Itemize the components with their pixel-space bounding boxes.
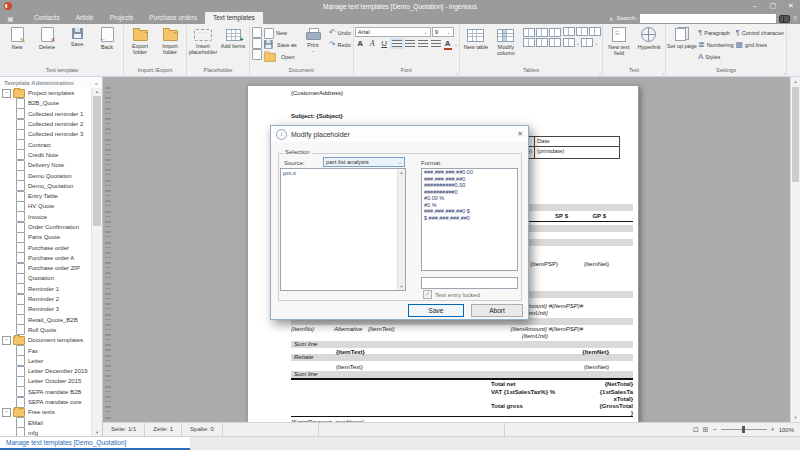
list-scrollbar[interactable]: ▲ ▼ bbox=[397, 169, 405, 290]
tree-item-reminder-2[interactable]: Reminder 2 bbox=[0, 294, 92, 304]
tree-item-email[interactable]: EMail bbox=[0, 418, 92, 428]
tree-item-collected-reminder-1[interactable]: Collected reminder 1 bbox=[0, 109, 92, 119]
ribbon-button-new-text-field[interactable]: New text field bbox=[604, 25, 634, 56]
ribbon-button-styles[interactable]: AStyles bbox=[697, 51, 735, 63]
scrollbar-thumb[interactable] bbox=[792, 87, 799, 182]
ribbon-button-new-table[interactable]: New table bbox=[461, 25, 491, 50]
fit-width-icon[interactable]: ⊞ bbox=[703, 426, 709, 434]
maximize-button[interactable]: ▢ bbox=[764, 0, 782, 12]
tree-item-purchase-order-zip[interactable]: Purchase order ZIP bbox=[0, 263, 92, 273]
tree-item-demo-quotation[interactable]: Demo Quotation bbox=[0, 170, 92, 180]
close-icon[interactable]: ✕ bbox=[517, 130, 523, 138]
ribbon-button-hyperlink[interactable]: Hyperlink bbox=[634, 25, 664, 50]
ribbon-button-save[interactable]: Save bbox=[62, 25, 92, 47]
abort-button[interactable]: Abort bbox=[471, 304, 523, 317]
scroll-up-icon[interactable]: ▲ bbox=[791, 79, 800, 84]
merge-cells-button[interactable] bbox=[523, 28, 535, 37]
tree-item-entry-table[interactable]: Entry Table bbox=[0, 191, 92, 201]
tree-item-reminder-3[interactable]: Reminder 3 bbox=[0, 304, 92, 314]
document-scrollbar[interactable]: ▲ ▼ bbox=[790, 77, 800, 422]
ribbon-button-set-up-page[interactable]: Set up page bbox=[667, 25, 697, 49]
zoom-slider[interactable] bbox=[721, 429, 767, 430]
ribbon-button-delete[interactable]: Delete bbox=[32, 25, 62, 50]
app-menu-button[interactable]: ▦⌄ bbox=[0, 12, 26, 24]
fit-page-icon[interactable]: ⊡ bbox=[693, 426, 699, 434]
tree-item-hv-quote[interactable]: HV Quote bbox=[0, 201, 92, 211]
help-icon[interactable]: ? bbox=[793, 15, 797, 22]
ribbon-button-open[interactable]: Open bbox=[263, 51, 298, 63]
ribbon-button-insert-placeholder[interactable]: Insert placeholder bbox=[188, 25, 218, 55]
ribbon-button-control-character[interactable]: ¶Control character bbox=[735, 27, 785, 39]
tree-item-letter-october-2015[interactable]: Letter October 2015 bbox=[0, 376, 92, 386]
tree-item-b2b-quote[interactable]: B2B_Quote bbox=[0, 98, 92, 108]
insert-column-button[interactable] bbox=[536, 38, 548, 47]
tab-projects[interactable]: Projects bbox=[102, 12, 141, 24]
font-size-select[interactable]: 9⌄ bbox=[432, 27, 454, 37]
insert-row-button[interactable] bbox=[549, 28, 561, 37]
delete-row-button[interactable] bbox=[523, 38, 535, 47]
row-above-button[interactable] bbox=[563, 27, 575, 36]
tree-item-order-confirmation[interactable]: Order Confirmation bbox=[0, 222, 92, 232]
tree-item-document-templates[interactable]: −Document templates bbox=[0, 335, 92, 345]
zoom-in-icon[interactable]: + bbox=[771, 426, 775, 433]
align-right-button[interactable] bbox=[418, 40, 428, 47]
scroll-up-icon[interactable]: ▲ bbox=[92, 89, 102, 94]
font-name-select[interactable]: Arial⌄ bbox=[355, 27, 431, 37]
scroll-up-icon[interactable]: ▲ bbox=[398, 170, 405, 175]
source-select[interactable]: part list analysis ⌄ bbox=[323, 157, 405, 167]
ribbon-button-import-folder[interactable]: Import folder bbox=[155, 25, 185, 55]
shading-button[interactable] bbox=[563, 38, 575, 47]
save-button[interactable]: Save bbox=[408, 304, 464, 317]
tree-item-free-texts[interactable]: −Free texts bbox=[0, 407, 92, 417]
scroll-down-icon[interactable]: ▼ bbox=[92, 430, 102, 435]
tree-item-letter-december-2019[interactable]: Letter December 2019 bbox=[0, 366, 92, 376]
borders-button[interactable] bbox=[581, 38, 593, 47]
close-button[interactable]: ✕ bbox=[782, 0, 800, 12]
list-item[interactable]: µm.x bbox=[281, 169, 405, 177]
tree-item-fax[interactable]: Fax bbox=[0, 345, 92, 355]
bold-button[interactable]: A bbox=[355, 38, 366, 50]
row-below-button[interactable] bbox=[576, 27, 588, 36]
tree-item-project-templates[interactable]: −Project templates bbox=[0, 88, 92, 98]
expander-icon[interactable]: − bbox=[2, 408, 11, 417]
tab-contacts[interactable]: Contacts bbox=[26, 12, 68, 24]
ribbon-button-export-folder[interactable]: Export folder bbox=[125, 25, 155, 55]
save-document-tool-button[interactable] bbox=[251, 49, 263, 60]
ribbon-button-new[interactable]: New bbox=[263, 27, 298, 39]
zoom-slider-thumb[interactable] bbox=[742, 426, 745, 433]
open-document-tool-button[interactable] bbox=[251, 38, 263, 49]
expander-icon[interactable]: − bbox=[2, 336, 11, 345]
collapse-ribbon-icon[interactable]: ∧ bbox=[609, 15, 613, 22]
dialog-launcher-icon[interactable]: ⌟ bbox=[456, 69, 458, 75]
new-document-tool-button[interactable] bbox=[251, 27, 263, 38]
italic-button[interactable]: A bbox=[367, 38, 378, 50]
tree-item-credit-note[interactable]: Credit Note bbox=[0, 150, 92, 160]
format-option[interactable]: $ ###,###,###,##0 bbox=[422, 215, 517, 222]
sidebar-scrollbar[interactable]: ▲ ▼ bbox=[91, 88, 102, 436]
tree-item-contract[interactable]: Contract bbox=[0, 139, 92, 149]
tree-item-collected-reminder-2[interactable]: Collected reminder 2 bbox=[0, 119, 92, 129]
ribbon-button-print[interactable]: Print⌄ bbox=[298, 25, 328, 52]
align-left-button[interactable] bbox=[392, 40, 402, 47]
tree-item-reminder-1[interactable]: Reminder 1 bbox=[0, 284, 92, 294]
scroll-down-icon[interactable]: ▼ bbox=[791, 415, 800, 420]
scroll-down-icon[interactable]: ▼ bbox=[398, 284, 405, 289]
zoom-out-icon[interactable]: − bbox=[712, 426, 716, 433]
tree-item-purchase-order-a[interactable]: Purchase order A bbox=[0, 253, 92, 263]
ribbon-button-paragraph[interactable]: ¶Paragraph bbox=[697, 27, 735, 39]
ribbon-button-numbering[interactable]: ≣Numbering bbox=[697, 39, 735, 51]
ribbon-button-add-items[interactable]: Add items bbox=[218, 25, 248, 49]
ribbon-button-redo[interactable]: ↷Redo bbox=[328, 39, 352, 51]
tree-item-roll-quote[interactable]: Roll Quote bbox=[0, 325, 92, 335]
dialog-launcher-icon[interactable]: ⌟ bbox=[662, 69, 664, 75]
ribbon-button-modify-column[interactable]: Modify column bbox=[491, 25, 521, 56]
tree-item-collected-reminder-3[interactable]: Collected reminder 3 bbox=[0, 129, 92, 139]
ribbon-button-save-as[interactable]: Save as bbox=[263, 39, 298, 51]
ribbon-button-grid-lines[interactable]: ▦grid lines bbox=[735, 39, 785, 51]
search-input[interactable] bbox=[640, 14, 776, 23]
tree-item-delivery-note[interactable]: Delivery Note bbox=[0, 160, 92, 170]
format-list[interactable]: ###,###,###,##0.00###,###,###,##0#######… bbox=[421, 168, 518, 271]
tab-purchase-orders[interactable]: Purchase orders bbox=[141, 12, 205, 24]
collapse-sidebar-icon[interactable]: « bbox=[95, 80, 98, 86]
expander-icon[interactable]: − bbox=[2, 89, 11, 98]
